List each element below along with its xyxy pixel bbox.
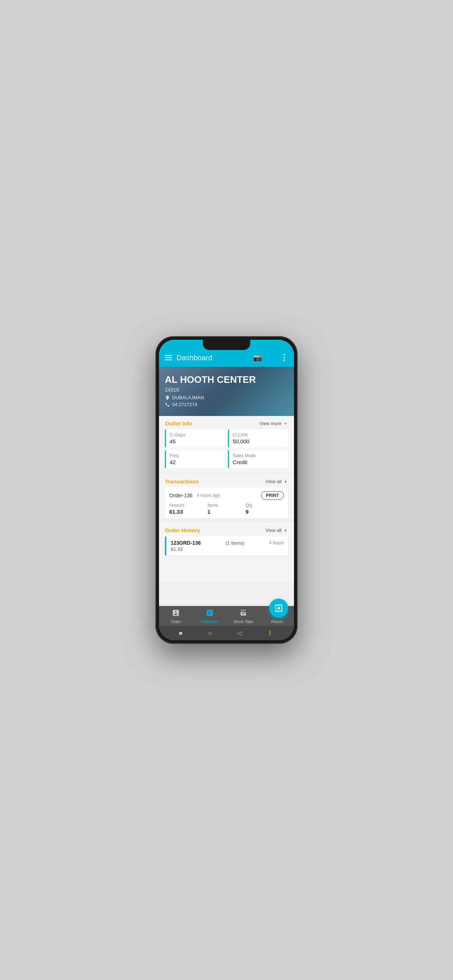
transactions-view-all-button[interactable]: View all bbox=[265, 479, 288, 484]
nav-stock-take[interactable]: Stock Take bbox=[226, 606, 260, 626]
menu-button[interactable] bbox=[165, 355, 172, 360]
transaction-amount: Amount 61.33 bbox=[169, 503, 207, 515]
globe-icon[interactable]: 🌐 bbox=[266, 353, 276, 362]
order-history-section: Order History View all 123ORD-136 (1 Ite… bbox=[159, 523, 294, 582]
location-icon bbox=[165, 395, 170, 400]
order-chevron-right-icon bbox=[283, 528, 288, 533]
outlet-name: AL HOOTH CENTER bbox=[165, 374, 288, 385]
info-card-freq: Freq 42 bbox=[165, 450, 225, 468]
crlimit-value: 50,000 bbox=[233, 438, 284, 444]
items-label: Items bbox=[207, 503, 246, 508]
chevron-right-icon bbox=[283, 479, 288, 484]
hero-section: AL HOOTH CENTER 24316 DUBAI,AJMAN 04 271… bbox=[159, 367, 294, 416]
transaction-details: Amount 61.33 Items 1 Qty 9 bbox=[169, 503, 284, 515]
transactions-section: Transactions View all Order-136 4 hours … bbox=[159, 474, 294, 519]
stock-take-nav-icon bbox=[239, 609, 247, 619]
order-nav-icon bbox=[172, 609, 180, 619]
items-value: 1 bbox=[207, 509, 246, 515]
outlet-info-section: Outlet Info View more Cr.Days 45 Cr.Li bbox=[159, 416, 294, 473]
outlet-phone: 04 2717274 bbox=[172, 402, 197, 407]
amount-value: 61.33 bbox=[169, 509, 207, 515]
transaction-row1: Order-136 4 hours ago PRINT bbox=[169, 491, 284, 500]
order-card-0: 123ORD-136 (1 Items) 4 hours 61.33 bbox=[165, 536, 288, 555]
transaction-order-id: Order-136 bbox=[169, 493, 193, 498]
outlet-id: 24316 bbox=[165, 387, 288, 393]
android-back-button[interactable]: ◁ bbox=[237, 630, 241, 636]
nav-order[interactable]: Order bbox=[159, 606, 193, 626]
transaction-items: Items 1 bbox=[207, 503, 246, 515]
order-nav-label: Order bbox=[171, 619, 181, 624]
stock-take-nav-label: Stock Take bbox=[233, 619, 253, 624]
crdays-label: Cr.Days bbox=[170, 433, 222, 438]
toolbar-title: Dashboard bbox=[177, 354, 249, 362]
transactions-header: Transactions View all bbox=[159, 474, 294, 487]
android-nav-bar: ■ ○ ◁ 🚶 bbox=[159, 626, 294, 640]
transaction-qty: Qty 9 bbox=[246, 503, 284, 515]
info-card-salesmode: Sales Mode Credit bbox=[228, 450, 288, 468]
order-history-view-all-button[interactable]: View all bbox=[265, 528, 288, 533]
order-time: 4 hours bbox=[269, 540, 284, 546]
order-items-badge: (1 Items) bbox=[226, 540, 244, 546]
outlet-info-grid: Cr.Days 45 Cr.Limit 50,000 Freq 42 Sales… bbox=[159, 430, 294, 473]
crlimit-label: Cr.Limit bbox=[233, 433, 284, 438]
phone-notch bbox=[203, 340, 250, 350]
freq-value: 42 bbox=[170, 459, 222, 465]
phone-icon bbox=[165, 402, 170, 407]
info-card-crlimit: Cr.Limit 50,000 bbox=[228, 430, 288, 447]
collection-nav-icon bbox=[206, 609, 214, 619]
salesmode-value: Credit bbox=[233, 459, 284, 465]
order-row1: 123ORD-136 (1 Items) 4 hours bbox=[171, 540, 284, 546]
main-content: Outlet Info View more Cr.Days 45 Cr.Li bbox=[159, 416, 294, 606]
android-recents-button[interactable]: 🚶 bbox=[266, 630, 274, 636]
order-amount: 61.33 bbox=[171, 547, 284, 552]
more-options-icon[interactable]: ⋮ bbox=[280, 353, 288, 363]
camera-icon[interactable]: 📷 bbox=[253, 353, 262, 362]
freq-label: Freq bbox=[170, 453, 222, 458]
outlet-info-header: Outlet Info View more bbox=[159, 416, 294, 430]
transactions-title: Transactions bbox=[165, 478, 199, 485]
outlet-phone-row: 04 2717274 bbox=[165, 402, 288, 407]
info-card-crdays: Cr.Days 45 bbox=[165, 430, 225, 447]
salesmode-label: Sales Mode bbox=[233, 453, 284, 458]
view-more-label: View more bbox=[259, 421, 282, 426]
return-nav-label: Return bbox=[271, 619, 283, 624]
fab-button[interactable] bbox=[269, 599, 288, 617]
qty-label: Qty bbox=[246, 503, 284, 508]
order-history-title: Order History bbox=[165, 527, 200, 533]
amount-label: Amount bbox=[169, 503, 207, 508]
outlet-location: DUBAI,AJMAN bbox=[172, 395, 204, 400]
outlet-location-row: DUBAI,AJMAN bbox=[165, 395, 288, 400]
order-history-view-all-label: View all bbox=[265, 528, 282, 533]
qty-value: 9 bbox=[246, 509, 284, 515]
order-id: 123ORD-136 bbox=[171, 540, 201, 546]
collection-nav-label: Collection bbox=[201, 619, 219, 624]
transactions-view-all-label: View all bbox=[265, 479, 282, 484]
order-history-header: Order History View all bbox=[159, 523, 294, 536]
android-stop-button[interactable]: ■ bbox=[179, 630, 183, 636]
transaction-card-0: Order-136 4 hours ago PRINT Amount 61.33… bbox=[165, 487, 288, 519]
android-home-button[interactable]: ○ bbox=[207, 629, 212, 637]
nav-collection[interactable]: Collection bbox=[193, 606, 227, 626]
chevron-down-icon bbox=[283, 421, 288, 426]
crdays-value: 45 bbox=[170, 438, 222, 444]
view-more-button[interactable]: View more bbox=[259, 421, 288, 426]
transaction-time: 4 hours ago bbox=[197, 493, 220, 498]
print-button[interactable]: PRINT bbox=[261, 491, 284, 500]
outlet-info-title: Outlet Info bbox=[165, 420, 192, 426]
fab-icon bbox=[274, 603, 283, 613]
